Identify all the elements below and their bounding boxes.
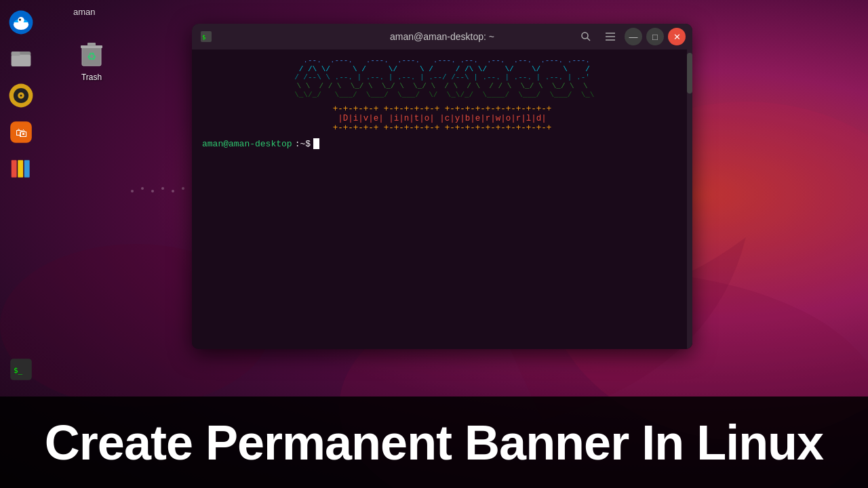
- dock-item-calibre[interactable]: [4, 152, 38, 186]
- username-label: aman: [73, 7, 96, 17]
- trash-label: Trash: [81, 73, 102, 82]
- svg-point-4: [141, 187, 144, 190]
- dock-item-thunderbird[interactable]: [4, 5, 38, 39]
- svg-point-12: [18, 17, 24, 24]
- svg-point-13: [19, 18, 21, 20]
- svg-text:🛍: 🛍: [16, 126, 27, 140]
- bottom-text-bar: Create Permanent Banner In Linux: [0, 396, 868, 488]
- maximize-button[interactable]: □: [646, 28, 664, 45]
- dock-item-appstore[interactable]: 🛍: [4, 115, 38, 149]
- svg-rect-23: [12, 160, 17, 177]
- svg-point-6: [161, 187, 164, 190]
- terminal-tab-icon: $: [199, 29, 214, 44]
- minimize-button[interactable]: —: [625, 28, 642, 45]
- titlebar-left: $: [199, 29, 214, 44]
- dock-item-rhythmbox[interactable]: [4, 79, 38, 113]
- trash-icon-img: ♻: [75, 37, 108, 70]
- dock-item-terminal[interactable]: $_: [4, 352, 38, 386]
- prompt-line: aman@aman-desktop :~$: [202, 138, 682, 149]
- svg-line-35: [587, 38, 590, 41]
- svg-rect-15: [12, 55, 31, 66]
- svg-point-8: [182, 187, 184, 190]
- svg-point-5: [151, 190, 154, 192]
- prompt-dollar: :~$: [295, 139, 311, 149]
- svg-rect-16: [12, 52, 20, 56]
- table-art: +-+-+-+-+ +-+-+-+-+-+ +-+-+-+-+-+-+-+-+-…: [202, 104, 682, 133]
- dock-item-files[interactable]: [4, 42, 38, 76]
- titlebar-right: — □ ✕: [576, 26, 686, 47]
- bottom-text-content: Create Permanent Banner In Linux: [45, 418, 823, 467]
- svg-rect-30: [87, 43, 96, 46]
- terminal-titlebar: $ aman@aman-desktop: ~: [192, 24, 692, 49]
- hamburger-button[interactable]: [600, 26, 620, 47]
- desktop: aman: [0, 0, 868, 488]
- terminal-body[interactable]: .--. .---. .---. .---. .---. .--. .--. .…: [192, 49, 692, 349]
- trash-icon[interactable]: ♻ Trash: [64, 37, 119, 82]
- svg-point-7: [172, 190, 174, 192]
- svg-point-3: [131, 190, 134, 192]
- terminal-title: aman@aman-desktop: ~: [390, 31, 494, 42]
- search-button[interactable]: [576, 26, 596, 47]
- terminal-scrollbar[interactable]: [687, 49, 692, 349]
- terminal-window: $ aman@aman-desktop: ~: [192, 24, 692, 349]
- terminal-scrollbar-thumb: [687, 53, 692, 94]
- svg-text:$: $: [202, 34, 205, 41]
- svg-text:♻: ♻: [87, 51, 96, 62]
- prompt-cursor: [313, 138, 319, 149]
- svg-text:$_: $_: [14, 366, 23, 375]
- dock: 🛍 $_: [0, 0, 42, 393]
- close-button[interactable]: ✕: [668, 28, 686, 45]
- prompt-user: aman@aman-desktop: [202, 139, 292, 149]
- svg-point-20: [20, 94, 22, 96]
- svg-rect-24: [18, 160, 23, 177]
- svg-point-34: [582, 33, 588, 39]
- banner-art: .--. .---. .---. .---. .---. .--. .--. .…: [202, 56, 682, 99]
- svg-rect-25: [24, 160, 30, 177]
